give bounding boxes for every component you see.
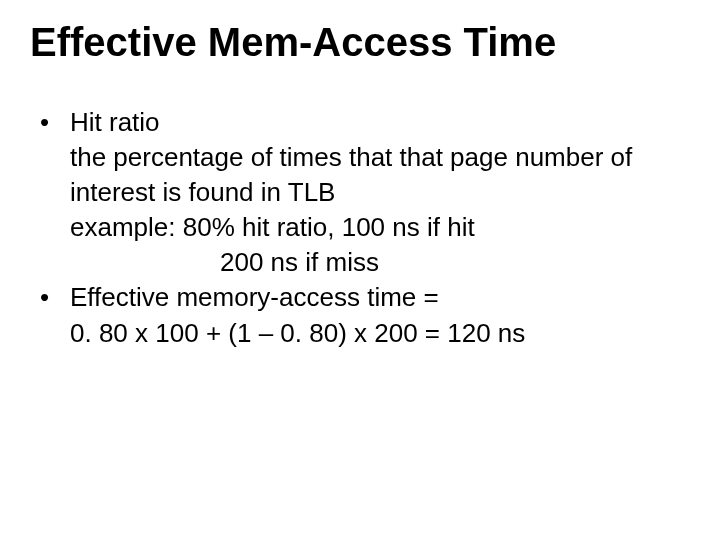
slide-content: • Hit ratio the percentage of times that… [40,105,690,351]
bullet-1-line-2: example: 80% hit ratio, 100 ns if hit [70,210,690,245]
bullet-1-line-1: the percentage of times that that page n… [70,140,690,210]
bullet-item-1: • Hit ratio [40,105,690,140]
bullet-2-line-1: 0. 80 x 100 + (1 – 0. 80) x 200 = 120 ns [70,316,690,351]
slide-title: Effective Mem-Access Time [30,20,690,65]
bullet-2-label: Effective memory-access time = [70,280,690,315]
bullet-marker: • [40,105,70,140]
bullet-item-2: • Effective memory-access time = [40,280,690,315]
bullet-1-line-3: 200 ns if miss [220,245,690,280]
bullet-marker: • [40,280,70,315]
bullet-1-label: Hit ratio [70,105,690,140]
